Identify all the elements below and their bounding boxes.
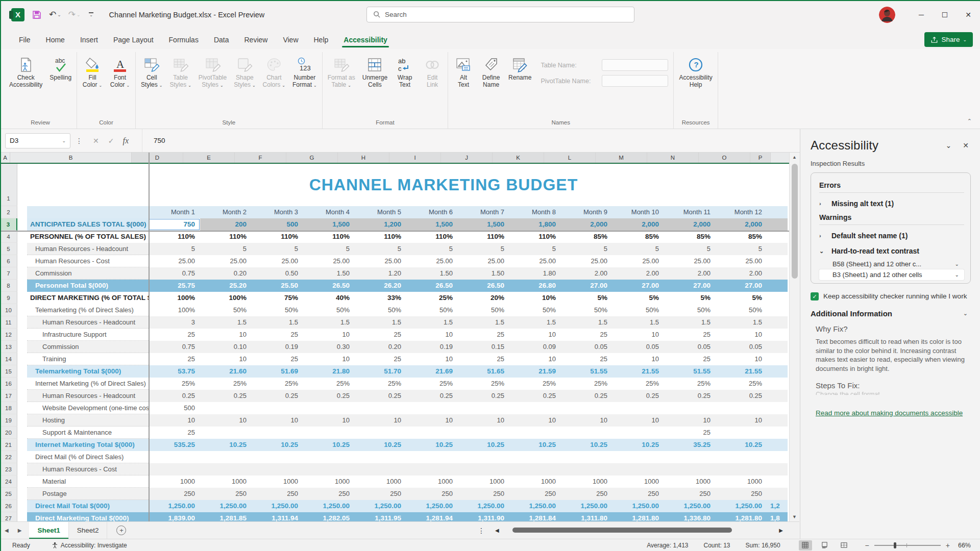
grid-cell-D15[interactable]: 53.75	[149, 365, 200, 378]
grid-cell-M5[interactable]: 5	[612, 243, 664, 255]
grid-cell-H5[interactable]: 5	[355, 243, 406, 255]
grid-cell-D9[interactable]: 100%	[149, 292, 200, 304]
grid-cell-O27[interactable]: 1,281.80	[716, 512, 767, 521]
grid-cell-M17[interactable]: 0.25	[612, 390, 664, 402]
tab-accessibility[interactable]: Accessibility	[336, 32, 395, 49]
row-label[interactable]: Support & Maintenance	[27, 427, 149, 439]
grid-cell-L17[interactable]: 0.25	[561, 390, 612, 402]
confirm-entry-icon[interactable]: ✓	[108, 137, 114, 145]
row-number-11[interactable]: 11	[0, 316, 17, 329]
define-name-button[interactable]: Define Name	[478, 54, 504, 91]
grid-cell-P10[interactable]	[767, 304, 788, 316]
grid-cell-H23[interactable]	[355, 463, 406, 475]
grid-cell-P12[interactable]	[767, 329, 788, 341]
grid-cell-H21[interactable]: 10.25	[355, 439, 406, 451]
chevron-right-icon[interactable]: ›	[819, 233, 824, 239]
row-number-22[interactable]: 22	[0, 451, 17, 463]
grid-cell-K15[interactable]: 21.59	[509, 365, 561, 378]
cell-A22[interactable]	[17, 451, 27, 463]
cell-A18[interactable]	[17, 402, 27, 414]
scroll-down-icon[interactable]: ▼	[792, 512, 797, 521]
grid-cell-D16[interactable]: 25%	[149, 378, 200, 390]
grid-cell-K17[interactable]: 0.25	[509, 390, 561, 402]
grid-cell-L26[interactable]: 1,250.00	[561, 500, 612, 512]
row-number-17[interactable]: 17	[0, 390, 17, 402]
grid-cell-H7[interactable]: 1.20	[355, 267, 406, 280]
grid-cell-I14[interactable]: 10	[406, 353, 458, 365]
grid-cell-G10[interactable]: 50%	[303, 304, 355, 316]
grid-cell-D22[interactable]	[149, 451, 200, 463]
grid-cell-J21[interactable]: 10.25	[458, 439, 509, 451]
grid-cell-M12[interactable]: 10	[612, 329, 664, 341]
grid-cell-E19[interactable]: 10	[200, 414, 252, 427]
grid-cell-M16[interactable]: 25%	[612, 378, 664, 390]
grid-cell-L20[interactable]	[561, 427, 612, 439]
grid-cell-O24[interactable]: 1000	[716, 475, 767, 488]
grid-cell-P5[interactable]	[767, 243, 788, 255]
grid-cell-G20[interactable]	[303, 427, 355, 439]
grid-cell-J2[interactable]: Month 7	[458, 206, 509, 218]
avatar[interactable]	[879, 7, 895, 23]
row-label[interactable]: Human Resources - Cost	[27, 463, 149, 475]
grid-cell-M13[interactable]: 0.05	[612, 341, 664, 353]
grid-cell-G4[interactable]: 110%	[303, 231, 355, 243]
column-header-L[interactable]: L	[544, 153, 596, 163]
grid-cell-N25[interactable]: 250	[664, 488, 716, 500]
tab-home[interactable]: Home	[38, 32, 72, 49]
accessibility-help-button[interactable]: ?Accessibility Help	[676, 54, 715, 91]
grid-cell-J13[interactable]: 0.15	[458, 341, 509, 353]
grid-cell-H9[interactable]: 33%	[355, 292, 406, 304]
grid-cell-L8[interactable]: 27.00	[561, 280, 612, 292]
grid-cell-I23[interactable]	[406, 463, 458, 475]
grid-cell-M19[interactable]: 10	[612, 414, 664, 427]
grid-cell-F18[interactable]	[252, 402, 303, 414]
chevron-down-icon[interactable]: ⌄	[955, 272, 961, 278]
row-label[interactable]: Telemarketing Total $(000)	[27, 365, 149, 378]
grid-cell-F25[interactable]: 250	[252, 488, 303, 500]
cell-A13[interactable]	[17, 341, 27, 353]
grid-cell-I16[interactable]: 25%	[406, 378, 458, 390]
grid-cell-N14[interactable]: 25	[664, 353, 716, 365]
grid-cell-P20[interactable]	[767, 427, 788, 439]
grid-cell-F8[interactable]: 25.50	[252, 280, 303, 292]
grid-cell-N16[interactable]: 25%	[664, 378, 716, 390]
grid-cell-N11[interactable]: 1.5	[664, 316, 716, 329]
grid-cell-L25[interactable]: 250	[561, 488, 612, 500]
grid-cell-E5[interactable]: 5	[200, 243, 252, 255]
grid-cell-J10[interactable]: 50%	[458, 304, 509, 316]
grid-cell-M10[interactable]: 50%	[612, 304, 664, 316]
grid-cell-J24[interactable]: 1000	[458, 475, 509, 488]
grid-cell-F9[interactable]: 75%	[252, 292, 303, 304]
grid-cell-L2[interactable]: Month 9	[561, 206, 612, 218]
additional-information-header[interactable]: Additional Information ⌄	[811, 309, 971, 318]
grid-cell-D18[interactable]: 500	[149, 402, 200, 414]
grid-cell-J3[interactable]: 1,500	[458, 218, 509, 231]
grid-cell-I19[interactable]: 10	[406, 414, 458, 427]
grid-cell-I2[interactable]: Month 6	[406, 206, 458, 218]
result-cell-ref[interactable]: Q3 (Sheet1)⌄	[819, 280, 964, 284]
grid-cell-D21[interactable]: 535.25	[149, 439, 200, 451]
row-label[interactable]: Hosting	[27, 414, 149, 427]
grid-cell-G6[interactable]: 25.00	[303, 255, 355, 267]
grid-cell-L6[interactable]: 25.00	[561, 255, 612, 267]
grid-cell-J16[interactable]: 25%	[458, 378, 509, 390]
grid-cell-E7[interactable]: 0.20	[200, 267, 252, 280]
grid-cell-F27[interactable]: 1,311.94	[252, 512, 303, 521]
cell-A25[interactable]	[17, 488, 27, 500]
grid-cell-P11[interactable]	[767, 316, 788, 329]
grid-cell-O2[interactable]: Month 12	[716, 206, 767, 218]
grid-cell-G27[interactable]: 1,282.05	[303, 512, 355, 521]
grid-cell-G12[interactable]: 10	[303, 329, 355, 341]
grid-cell-M7[interactable]: 2.00	[612, 267, 664, 280]
grid-cell-I25[interactable]: 250	[406, 488, 458, 500]
grid-cell-D10[interactable]: 100%	[149, 304, 200, 316]
grid-cell-I5[interactable]: 5	[406, 243, 458, 255]
grid-cell-E3[interactable]: 200	[200, 218, 252, 231]
row-number-16[interactable]: 16	[0, 378, 17, 390]
grid-cell-M20[interactable]	[612, 427, 664, 439]
column-header-E[interactable]: E	[183, 153, 235, 163]
chevron-down-icon[interactable]: ⌄	[819, 248, 824, 255]
row-number-13[interactable]: 13	[0, 341, 17, 353]
grid-cell-H11[interactable]: 1.5	[355, 316, 406, 329]
spreadsheet-grid[interactable]: ABDEFGHIJKLMNOP1CHANNEL MARKETING BUDGET…	[0, 153, 789, 521]
